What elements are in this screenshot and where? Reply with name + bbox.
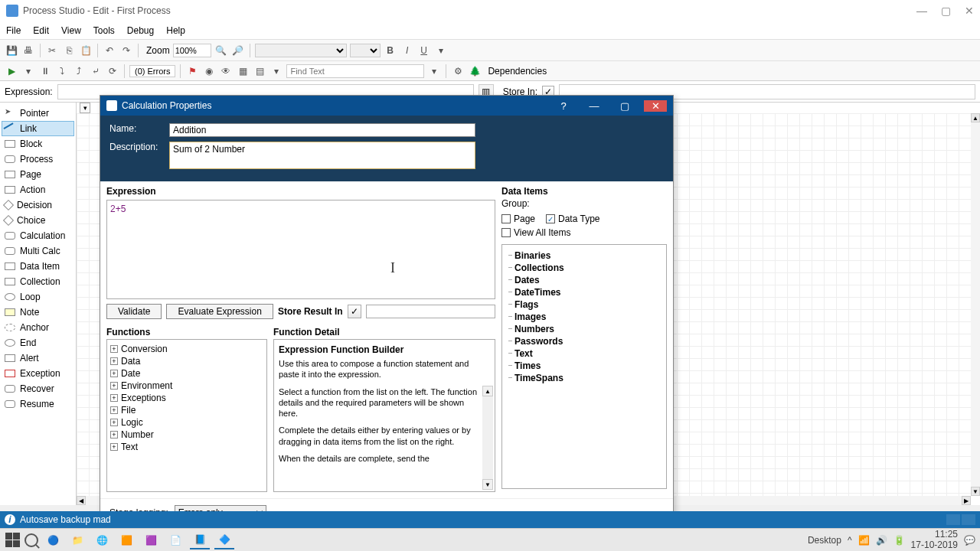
underline-icon[interactable]: U bbox=[417, 44, 431, 57]
taskbar-search-icon[interactable] bbox=[24, 533, 38, 547]
tray-up-icon[interactable]: ^ bbox=[848, 535, 852, 546]
find-dropdown-icon[interactable]: ▾ bbox=[427, 64, 441, 78]
func-logic[interactable]: +Logic bbox=[110, 416, 263, 429]
validate-button[interactable]: Validate bbox=[106, 304, 162, 319]
layout-icon[interactable]: ▦ bbox=[236, 64, 250, 78]
tray-date[interactable]: 17-10-2019 bbox=[911, 540, 958, 550]
task-processstudio-icon[interactable]: 🔷 bbox=[214, 531, 234, 549]
task-app3-icon[interactable]: 📄 bbox=[165, 531, 185, 549]
grid-icon[interactable]: ▤ bbox=[253, 64, 266, 78]
play-icon[interactable]: ▶ bbox=[5, 64, 18, 78]
di-flags[interactable]: Flags bbox=[507, 298, 662, 311]
pause-icon[interactable]: ⏸ bbox=[38, 64, 52, 78]
description-input[interactable]: Sum of 2 Number bbox=[169, 142, 475, 169]
palette-loop[interactable]: Loop bbox=[2, 289, 74, 305]
v-scrollbar[interactable]: ▲ ▼ bbox=[971, 113, 980, 496]
maximize-button[interactable]: ▢ bbox=[941, 5, 951, 17]
viewall-checkbox[interactable]: View All Items bbox=[501, 227, 667, 238]
palette-choice[interactable]: Choice bbox=[2, 213, 74, 228]
di-datetimes[interactable]: DateTimes bbox=[507, 286, 662, 298]
dropdown2-icon[interactable]: ▾ bbox=[270, 64, 283, 78]
zoom-in-icon[interactable]: 🔍 bbox=[214, 44, 228, 57]
save-icon[interactable]: 💾 bbox=[5, 44, 18, 57]
cut-icon[interactable]: ✂ bbox=[45, 44, 59, 57]
tray-desktop-label[interactable]: Desktop bbox=[808, 535, 841, 546]
page-dropdown-icon[interactable]: ▾ bbox=[80, 103, 90, 113]
task-word-icon[interactable]: 📘 bbox=[190, 531, 210, 549]
tray-notifications-icon[interactable]: 💬 bbox=[964, 535, 975, 546]
di-numbers[interactable]: Numbers bbox=[507, 323, 662, 335]
dropdown-icon[interactable]: ▾ bbox=[434, 44, 448, 57]
datatype-checkbox[interactable]: ✓Data Type bbox=[546, 214, 599, 224]
palette-recover[interactable]: Recover bbox=[2, 381, 74, 396]
palette-multicalc[interactable]: Multi Calc bbox=[2, 243, 74, 259]
detail-scroll-down-icon[interactable]: ▼ bbox=[482, 479, 493, 490]
palette-dataitem[interactable]: Data Item bbox=[2, 259, 74, 274]
deps-icon[interactable]: ⚙ bbox=[451, 64, 465, 78]
deps-tree-icon[interactable]: 🌲 bbox=[468, 64, 482, 78]
palette-resume[interactable]: Resume bbox=[2, 396, 74, 412]
tray-wifi-icon[interactable]: 📶 bbox=[858, 535, 870, 546]
refresh-icon[interactable]: ⟳ bbox=[106, 64, 119, 78]
func-number[interactable]: +Number bbox=[110, 429, 263, 441]
tray-battery-icon[interactable]: 🔋 bbox=[893, 535, 905, 546]
menu-tools[interactable]: Tools bbox=[93, 25, 115, 36]
dialog-titlebar[interactable]: Calculation Properties ? — ▢ ✕ bbox=[100, 96, 673, 116]
palette-collection[interactable]: Collection bbox=[2, 274, 74, 289]
palette-end[interactable]: End bbox=[2, 335, 74, 350]
task-app2-icon[interactable]: 🟪 bbox=[141, 531, 161, 549]
evaluate-button[interactable]: Evaluate Expression bbox=[166, 304, 273, 319]
di-dates[interactable]: Dates bbox=[507, 274, 662, 286]
redo-icon[interactable]: ↷ bbox=[119, 44, 133, 57]
undo-icon[interactable]: ↶ bbox=[103, 44, 116, 57]
stepout-icon[interactable]: ⤶ bbox=[89, 64, 103, 78]
func-date[interactable]: +Date bbox=[110, 367, 263, 380]
breakpoint-icon[interactable]: ◉ bbox=[202, 64, 216, 78]
task-app1-icon[interactable]: 🟧 bbox=[116, 531, 136, 549]
func-exceptions[interactable]: +Exceptions bbox=[110, 392, 263, 404]
step-icon[interactable]: ⤵ bbox=[55, 64, 69, 78]
copy-icon[interactable]: ⎘ bbox=[62, 44, 76, 57]
paste-icon[interactable]: 📋 bbox=[79, 44, 93, 57]
menu-help[interactable]: Help bbox=[166, 25, 185, 36]
scroll-down-icon[interactable]: ▼ bbox=[971, 487, 980, 496]
func-environment[interactable]: +Environment bbox=[110, 380, 263, 392]
page-checkbox[interactable]: Page bbox=[501, 214, 535, 224]
dialog-minimize-button[interactable]: — bbox=[583, 100, 606, 112]
func-file[interactable]: +File bbox=[110, 404, 263, 416]
dialog-close-button[interactable]: ✕ bbox=[644, 100, 667, 112]
bold-icon[interactable]: B bbox=[384, 44, 397, 57]
task-files-icon[interactable]: 📁 bbox=[67, 531, 87, 549]
palette-exception[interactable]: Exception bbox=[2, 366, 74, 381]
expression-editor[interactable]: 2+5 I bbox=[106, 200, 495, 299]
func-data[interactable]: +Data bbox=[110, 355, 263, 367]
palette-anchor[interactable]: Anchor bbox=[2, 320, 74, 335]
di-times[interactable]: Times bbox=[507, 360, 662, 372]
palette-link[interactable]: Link bbox=[2, 121, 74, 136]
palette-page[interactable]: Page bbox=[2, 167, 74, 182]
scroll-left-icon[interactable]: ◀ bbox=[77, 496, 86, 505]
status-icon-2[interactable] bbox=[962, 514, 975, 525]
tray-volume-icon[interactable]: 🔊 bbox=[876, 535, 887, 546]
scroll-right-icon[interactable]: ▶ bbox=[962, 496, 971, 505]
detail-scrollbar[interactable]: ▲ ▼ bbox=[482, 386, 493, 490]
zoom-input[interactable] bbox=[173, 44, 211, 57]
start-button[interactable] bbox=[5, 533, 20, 548]
palette-action[interactable]: Action bbox=[2, 182, 74, 197]
di-collections[interactable]: Collections bbox=[507, 262, 662, 274]
print-icon[interactable]: 🖶 bbox=[21, 44, 35, 57]
menu-view[interactable]: View bbox=[61, 25, 81, 36]
font-select[interactable] bbox=[255, 44, 347, 57]
menu-debug[interactable]: Debug bbox=[127, 25, 154, 36]
scroll-up-icon[interactable]: ▲ bbox=[971, 113, 980, 122]
func-conversion[interactable]: +Conversion bbox=[110, 343, 263, 355]
palette-block[interactable]: Block bbox=[2, 136, 74, 152]
status-icon-1[interactable] bbox=[946, 514, 960, 525]
di-binaries[interactable]: Binaries bbox=[507, 249, 662, 262]
detail-scroll-up-icon[interactable]: ▲ bbox=[482, 386, 493, 396]
store-result-input[interactable] bbox=[366, 305, 495, 318]
name-input[interactable] bbox=[169, 123, 475, 137]
watch-icon[interactable]: 👁 bbox=[219, 64, 233, 78]
dialog-help-button[interactable]: ? bbox=[552, 100, 575, 112]
errors-counter[interactable]: (0) Errors bbox=[129, 65, 175, 77]
